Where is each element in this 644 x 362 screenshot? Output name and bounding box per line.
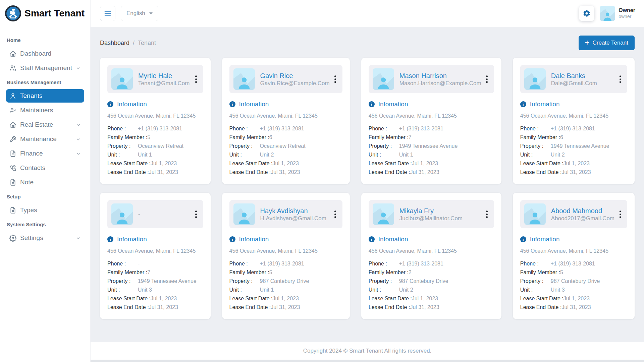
detail-row-property: Property :Oceanview Retreat [107,142,203,150]
sidebar-item-types[interactable]: Types [6,203,84,217]
tenant-name[interactable]: Gavin Rice [260,71,330,80]
detail-label: Family Member : [107,268,147,277]
sidebar-item-label: Staff Management [20,64,72,72]
user-menu[interactable]: Owner owner [600,6,635,21]
info-icon: i [520,101,526,107]
detail-row-lease_end: Lease End Date :Jul 31, 2023 [369,168,494,177]
detail-value: Oceanview Retreat [260,143,306,149]
sidebar-item-note[interactable]: Note [6,176,84,189]
sidebar-item-finance[interactable]: Finance [6,147,84,160]
detail-row-unit: Unit :Unit 1 [107,150,203,159]
breadcrumb-dashboard-link[interactable]: Dashboard [100,40,129,47]
info-icon: i [229,236,235,242]
tenant-name[interactable]: Mason Harrison [399,71,481,80]
detail-label: Family Member : [229,268,269,277]
tenant-name[interactable]: Myrtle Hale [138,71,190,80]
sidebar-item-settings[interactable]: Settings [6,231,84,245]
detail-row-phone: Phone :- [107,259,203,268]
info-icon: i [107,101,113,107]
kebab-menu-icon[interactable] [333,74,338,84]
tenant-avatar [233,203,255,225]
tenant-name[interactable]: - [138,211,140,218]
tenant-email: Tenant@Gmail.Com [138,80,190,87]
tenant-name[interactable]: Abood Mahmood [551,206,614,215]
detail-value: Jul 31, 2023 [561,169,591,175]
chevron-down-icon [76,122,81,127]
detail-row-lease_start: Lease Start Date :Jul 1, 2023 [229,159,342,168]
kebab-menu-icon[interactable] [484,74,489,84]
kebab-menu-icon[interactable] [484,209,489,220]
create-tenant-label: Create Tenant [593,40,628,46]
tenant-card-header: Mason Harrison Mason.Harrison@Example.Co… [369,65,494,93]
detail-row-family: Family Member :7 [107,268,203,277]
detail-value: 6 [560,134,563,140]
file-icon [9,207,16,214]
information-label: Infomation [239,101,269,108]
detail-row-unit: Unit :Unit 1 [369,150,494,159]
sidebar-item-maintainers[interactable]: Maintainers [6,104,84,117]
sidebar-item-label: Maintainers [20,107,53,114]
tenant-email: Gavin.Rice@Example.Com [260,80,330,87]
sidebar-section-system-settings: System Settings [0,218,90,230]
detail-label: Lease End Date : [107,303,149,312]
user-role: owner [619,14,635,20]
kebab-menu-icon[interactable] [194,74,199,84]
sidebar-nav: HomeDashboardStaff ManagementBusiness Ma… [0,27,90,246]
detail-value: - [138,261,140,266]
kebab-menu-icon[interactable] [333,209,338,220]
user-name: Owner [619,7,635,14]
tenant-name[interactable]: Dale Banks [551,71,597,80]
tenant-name[interactable]: Hayk Avdishyan [260,206,326,215]
sidebar-item-tenants[interactable]: Tenants [6,89,84,103]
sidebar-item-staff-management[interactable]: Staff Management [6,61,84,75]
brand[interactable]: Smart Tenant [0,0,90,27]
detail-row-property: Property :1949 Tennessee Avenue [107,277,203,286]
detail-value: 6 [269,134,272,140]
detail-value: Jul 31, 2023 [149,169,178,175]
sidebar-item-dashboard[interactable]: Dashboard [6,47,84,60]
detail-value: +1 (319) 313-2081 [260,261,304,266]
tenant-avatar [111,203,133,225]
tenant-card: Myrtle Hale Tenant@Gmail.Com i Infomatio… [100,58,211,184]
kebab-menu-icon[interactable] [618,209,623,220]
create-tenant-button[interactable]: + Create Tenant [579,36,635,50]
tenant-details: Phone :+1 (319) 313-2081Family Member :5… [229,259,342,312]
detail-value: Jul 31, 2023 [410,169,439,175]
information-label: Infomation [117,236,147,243]
detail-label: Property : [107,142,138,150]
detail-label: Family Member : [520,268,560,277]
wrench-icon [9,136,16,143]
detail-label: Family Member : [229,133,269,142]
tenant-name[interactable]: Mikayla Fry [399,206,463,215]
tenant-address: 456 Ocean Avenue, Miami, FL 12345 [369,113,494,119]
detail-value: Unit 3 [138,287,152,293]
detail-row-lease_end: Lease End Date :Jul 31, 2023 [107,303,203,312]
detail-row-family: Family Member :2 [369,268,494,277]
detail-label: Phone : [369,124,399,133]
detail-value: 5 [560,269,563,275]
detail-label: Phone : [107,124,138,133]
detail-label: Property : [520,142,551,150]
detail-label: Family Member : [520,133,560,142]
tenant-address: 456 Ocean Avenue, Miami, FL 12345 [520,113,627,119]
detail-label: Lease End Date : [229,168,271,177]
tenant-details: Phone :+1 (319) 313-2081Family Member :6… [520,124,627,177]
sidebar-item-real-estate[interactable]: Real Estate [6,118,84,131]
kebab-menu-icon[interactable] [194,209,199,220]
detail-value: 2 [409,269,412,275]
detail-label: Unit : [229,150,260,159]
detail-row-family: Family Member :5 [520,268,627,277]
tenant-avatar [524,68,546,90]
brand-logo-icon [5,5,21,22]
tenant-email: H.Avdishyan@Gmail.Com [260,215,326,222]
sidebar-item-contacts[interactable]: Contacts [6,161,84,175]
hamburger-menu-button[interactable] [100,6,115,21]
detail-label: Property : [107,277,138,286]
tenant-card: Gavin Rice Gavin.Rice@Example.Com i Info… [222,58,350,184]
language-select[interactable]: English [121,6,158,21]
sidebar-item-maintenance[interactable]: Maintenance [6,132,84,146]
copyright-text: Copyright 2024 © Smart Tenant All rights… [303,348,432,354]
kebab-menu-icon[interactable] [618,74,623,84]
settings-gear-button[interactable] [579,6,594,21]
hamburger-icon [104,9,112,17]
